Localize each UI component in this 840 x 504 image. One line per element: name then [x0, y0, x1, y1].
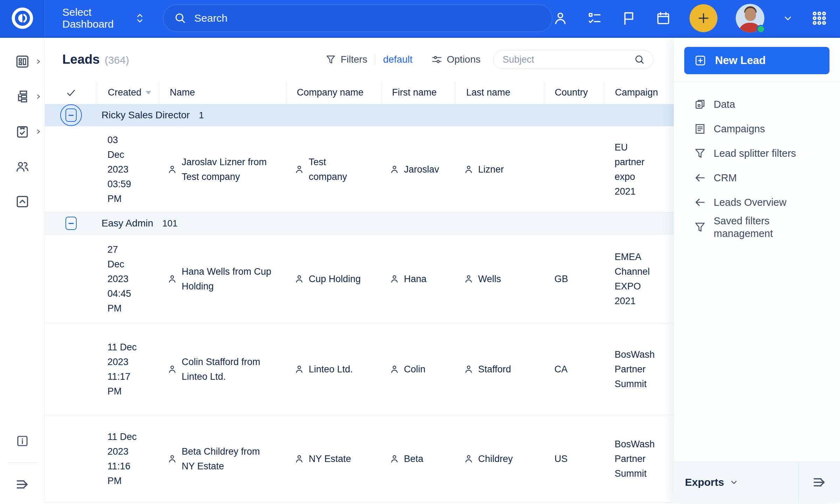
menu-item-lead-splitter-filters[interactable]: Lead splitter filters: [674, 141, 840, 166]
calendar-icon[interactable]: [655, 10, 671, 26]
sidebar-item-campaigns[interactable]: [0, 124, 45, 139]
column-header-name[interactable]: Name: [159, 81, 286, 104]
chevron-down-icon: [729, 477, 739, 487]
menu-item-saved-filters-management[interactable]: Saved filters management: [674, 215, 840, 240]
cell-last-name: Stafford: [455, 323, 544, 415]
person-icon: [167, 164, 177, 175]
cell-last-name: Childrey: [455, 415, 544, 502]
funnel-icon: [693, 147, 707, 160]
row-select-cell[interactable]: [45, 126, 97, 212]
person-icon: [294, 164, 304, 175]
group-collapse-button[interactable]: [45, 217, 97, 230]
cell-company: Linteo Ltd.: [286, 323, 381, 415]
group-row-ricky-sales-director[interactable]: Ricky Sales Director 1: [45, 104, 674, 126]
user-icon[interactable]: [552, 10, 568, 26]
global-search-input[interactable]: [194, 12, 509, 24]
plus-square-icon: [694, 54, 707, 67]
new-lead-button[interactable]: New Lead: [684, 47, 830, 74]
group-label: Ricky Sales Director: [102, 110, 190, 121]
filter-preset-default[interactable]: default: [383, 54, 412, 65]
person-icon: [463, 274, 474, 284]
chevron-right-icon: [36, 94, 41, 99]
group-count: 1: [199, 110, 204, 121]
table-row[interactable]: 11 Dec 2023 11:16 PM Beta Childrey from …: [45, 415, 674, 503]
column-header-last-name[interactable]: Last name: [455, 81, 544, 104]
funnel-icon: [325, 54, 336, 65]
cell-last-name: Lizner: [455, 126, 544, 212]
arrow-left-icon: [693, 196, 707, 209]
row-select-cell[interactable]: [45, 415, 97, 502]
select-all-cell[interactable]: [45, 81, 97, 104]
person-icon: [294, 364, 304, 374]
cell-country: US: [544, 415, 604, 502]
sidebar-info-button[interactable]: [15, 434, 30, 448]
exports-label: Exports: [685, 476, 724, 488]
collapse-minus-icon: [65, 217, 77, 230]
funnel-icon: [693, 221, 707, 233]
add-button[interactable]: [690, 4, 718, 32]
tasks-icon[interactable]: [587, 10, 603, 26]
new-lead-label: New Lead: [715, 54, 766, 67]
table-row[interactable]: 27 Dec 2023 04:45 PM Hana Wells from Cup…: [45, 234, 674, 323]
cell-created: 27 Dec 2023 04:45 PM: [97, 234, 159, 323]
subject-search-input[interactable]: [503, 54, 634, 65]
sidebar-item-dashboards[interactable]: [0, 54, 45, 69]
group-collapse-button[interactable]: [45, 104, 97, 126]
plus-icon: [697, 12, 710, 25]
person-icon: [389, 454, 400, 464]
app-logo[interactable]: [0, 0, 45, 36]
menu-item-data[interactable]: Data: [674, 92, 840, 117]
sidebar-expand-button[interactable]: [15, 477, 30, 492]
dashboard-icon: [15, 54, 30, 69]
table-header-row: Created Name Company name First name Las…: [45, 81, 674, 104]
chevron-up-down-icon: [136, 10, 144, 26]
arrow-left-icon: [693, 172, 707, 184]
sidebar-divider: [8, 462, 37, 463]
table-row[interactable]: 11 Dec 2023 11:17 PM Colin Stafford from…: [45, 323, 674, 415]
cell-company: NY Estate: [286, 415, 381, 502]
search-icon: [174, 12, 187, 24]
column-header-campaign[interactable]: Campaign: [604, 81, 674, 104]
person-icon: [463, 164, 474, 175]
apps-grid-icon[interactable]: [811, 10, 827, 26]
cell-created: 11 Dec 2023 11:16 PM: [97, 415, 159, 502]
filters-button[interactable]: Filters: [325, 54, 367, 65]
copy-pages-icon: [693, 98, 707, 111]
page-title: Leads: [62, 52, 100, 67]
sidebar-item-imports[interactable]: [0, 194, 45, 209]
column-header-country[interactable]: Country: [544, 81, 604, 104]
menu-item-leads-overview[interactable]: Leads Overview: [674, 190, 840, 215]
column-header-company[interactable]: Company name: [286, 81, 381, 104]
person-icon: [463, 454, 474, 464]
options-label: Options: [447, 54, 481, 65]
right-panel: New Lead Data Campaigns: [674, 38, 840, 503]
chevron-down-icon[interactable]: [783, 13, 793, 23]
group-row-easy-admin[interactable]: Easy Admin 101: [45, 212, 674, 234]
chevron-right-icon: [36, 59, 41, 64]
sliders-icon: [431, 54, 443, 65]
user-avatar[interactable]: [736, 4, 764, 33]
cell-campaign: EU partner expo 2021: [604, 126, 674, 212]
panel-menu: Data Campaigns Lead splitter filters: [674, 82, 840, 240]
logo-icon: [11, 7, 34, 29]
subject-search[interactable]: [493, 50, 653, 69]
sidebar-item-contacts[interactable]: [0, 159, 45, 174]
cell-name: Colin Stafford from Linteo Ltd.: [159, 323, 286, 415]
sidebar-item-structure[interactable]: [0, 89, 45, 104]
panel-collapse-button[interactable]: [799, 475, 840, 490]
table-row[interactable]: 03 Dec 2023 03:59 PM Jaroslav Lizner fro…: [45, 126, 674, 212]
flag-icon[interactable]: [621, 10, 637, 26]
dashboard-selector[interactable]: Select Dashboard: [62, 6, 144, 30]
row-select-cell[interactable]: [45, 234, 97, 323]
column-header-first-name[interactable]: First name: [381, 81, 455, 104]
menu-item-crm[interactable]: CRM: [674, 166, 840, 190]
exports-button[interactable]: Exports: [674, 476, 798, 488]
row-select-cell[interactable]: [45, 323, 97, 415]
left-sidebar: [0, 38, 45, 503]
global-search[interactable]: [163, 5, 552, 32]
column-header-created[interactable]: Created: [97, 81, 159, 104]
chevron-right-icon: [36, 129, 41, 134]
menu-item-campaigns[interactable]: Campaigns: [674, 117, 840, 141]
users-icon: [14, 159, 30, 174]
options-button[interactable]: Options: [431, 54, 481, 65]
